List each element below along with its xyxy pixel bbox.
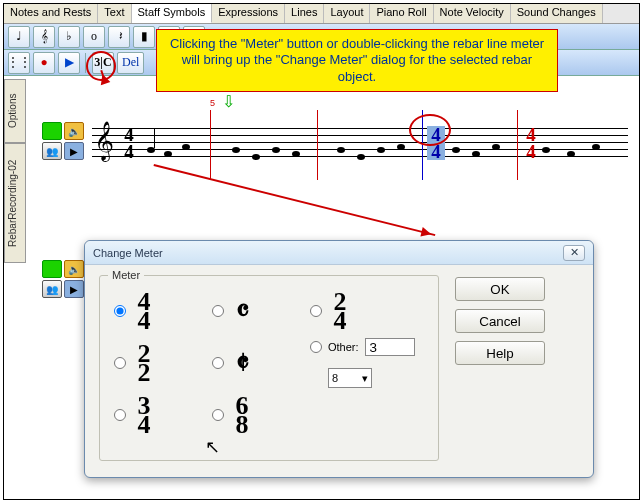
- meter-option-3-4[interactable]: 34: [114, 396, 210, 435]
- treble-clef-icon: 𝄞: [94, 122, 114, 161]
- track-1-play-icon[interactable]: ▶: [64, 142, 84, 160]
- track-2-play-icon[interactable]: ▶: [64, 280, 84, 298]
- tab-sound-changes[interactable]: Sound Changes: [511, 4, 603, 23]
- play-button[interactable]: ▶: [58, 52, 80, 74]
- rebar-line-meter[interactable]: 4 4: [427, 126, 445, 160]
- track-2-solo-icon[interactable]: 👥: [42, 280, 62, 298]
- track-2-controls: 🔈 👥 ▶: [42, 260, 84, 298]
- meter-group-label: Meter: [108, 269, 144, 281]
- tab-lines[interactable]: Lines: [285, 4, 324, 23]
- ok-button[interactable]: OK: [455, 277, 545, 301]
- track-1-controls: 🔈 👥 ▶: [42, 122, 84, 160]
- cancel-button[interactable]: Cancel: [455, 309, 545, 333]
- help-callout: Clicking the "Meter" button or double-cl…: [156, 29, 558, 92]
- close-button[interactable]: ✕: [563, 245, 585, 261]
- change-meter-dialog: Change Meter ✕ Meter 44 𝄴 24: [84, 240, 594, 478]
- tb1-btn-4[interactable]: 𝄽: [108, 26, 130, 48]
- radio-4-4[interactable]: [114, 305, 126, 317]
- tb1-btn-5[interactable]: ▮: [133, 26, 155, 48]
- dropdown-icon: ▾: [362, 372, 368, 385]
- track-2-arm-icon[interactable]: [42, 260, 62, 278]
- start-meter-den: 4: [120, 143, 138, 160]
- main-tabs: Notes and Rests Text Staff Symbols Expre…: [4, 4, 639, 24]
- radio-2-2[interactable]: [114, 357, 126, 369]
- tab-expressions[interactable]: Expressions: [212, 4, 285, 23]
- dialog-title: Change Meter: [93, 247, 163, 259]
- side-tabs: Options RebarRecording-02: [4, 79, 26, 263]
- arrow-to-meter-button: [100, 70, 106, 82]
- toolbar-separator: [85, 53, 87, 73]
- other-denominator-value: 8: [332, 372, 338, 384]
- meter-option-cut[interactable]: 𝄵: [212, 352, 308, 375]
- radio-other[interactable]: [310, 341, 322, 353]
- track-1-arm-icon[interactable]: [42, 122, 62, 140]
- end-rebar-meter: 4 4: [522, 126, 540, 160]
- track-2-mute-icon[interactable]: 🔈: [64, 260, 84, 278]
- rebar-1-number: 5: [210, 98, 215, 108]
- mid-meter-den: 4: [427, 143, 445, 160]
- green-down-arrow-icon: ⇩: [222, 92, 235, 111]
- radio-common[interactable]: [212, 305, 224, 317]
- other-numerator-input[interactable]: [365, 338, 415, 356]
- radio-cut[interactable]: [212, 357, 224, 369]
- meter-group: Meter 44 𝄴 24: [99, 275, 439, 461]
- tab-notes-rests[interactable]: Notes and Rests: [4, 4, 98, 23]
- tb1-btn-0[interactable]: ♩: [8, 26, 30, 48]
- selected-rebar[interactable]: [422, 110, 423, 180]
- tb1-btn-3[interactable]: o: [83, 26, 105, 48]
- track-1-mute-icon[interactable]: 🔈: [64, 122, 84, 140]
- radio-6-8[interactable]: [212, 409, 224, 421]
- tab-piano-roll[interactable]: Piano Roll: [370, 4, 433, 23]
- tb1-btn-1[interactable]: 𝄞: [33, 26, 55, 48]
- tab-text[interactable]: Text: [98, 4, 131, 23]
- tab-layout[interactable]: Layout: [324, 4, 370, 23]
- meter-option-2-2[interactable]: 22: [114, 344, 210, 383]
- tab-note-velocity[interactable]: Note Velocity: [434, 4, 511, 23]
- dialog-titlebar[interactable]: Change Meter ✕: [85, 241, 593, 265]
- tb1-btn-2[interactable]: ♭: [58, 26, 80, 48]
- side-tab-rebar-recording[interactable]: RebarRecording-02: [4, 143, 26, 263]
- meter-option-common[interactable]: 𝄴: [212, 300, 308, 323]
- other-denominator-select[interactable]: 8 ▾: [328, 368, 372, 388]
- record-button[interactable]: ●: [33, 52, 55, 74]
- meter-option-2-4[interactable]: 24: [310, 292, 406, 331]
- end-meter-den: 4: [522, 143, 540, 160]
- meter-option-other[interactable]: Other: 8 ▾: [310, 338, 420, 388]
- other-label: Other:: [328, 341, 359, 353]
- meter-option-4-4[interactable]: 44: [114, 292, 210, 331]
- tb2-handle-icon[interactable]: ⋮⋮: [8, 52, 30, 74]
- meter-option-6-8[interactable]: 68: [212, 396, 308, 435]
- track-1-solo-icon[interactable]: 👥: [42, 142, 62, 160]
- delete-button[interactable]: Del: [117, 52, 144, 74]
- radio-2-4[interactable]: [310, 305, 322, 317]
- side-tab-options[interactable]: Options: [4, 79, 26, 143]
- radio-3-4[interactable]: [114, 409, 126, 421]
- help-button[interactable]: Help: [455, 341, 545, 365]
- staff-start-meter[interactable]: 4 4: [120, 126, 138, 160]
- tab-staff-symbols[interactable]: Staff Symbols: [132, 4, 213, 23]
